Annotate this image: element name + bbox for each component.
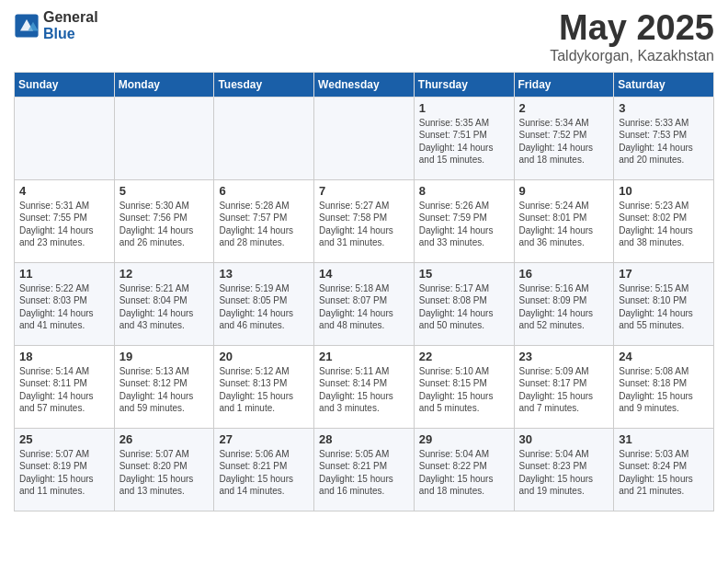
header-cell-wednesday: Wednesday xyxy=(314,72,415,97)
day-cell: 21Sunrise: 5:11 AM Sunset: 8:14 PM Dayli… xyxy=(314,345,415,428)
day-cell: 9Sunrise: 5:24 AM Sunset: 8:01 PM Daylig… xyxy=(514,179,614,262)
day-number: 5 xyxy=(119,184,210,198)
day-detail: Sunrise: 5:17 AM Sunset: 8:08 PM Dayligh… xyxy=(419,282,509,332)
week-row-5: 25Sunrise: 5:07 AM Sunset: 8:19 PM Dayli… xyxy=(15,428,714,511)
day-number: 3 xyxy=(619,101,709,115)
day-cell: 5Sunrise: 5:30 AM Sunset: 7:56 PM Daylig… xyxy=(114,179,214,262)
day-detail: Sunrise: 5:18 AM Sunset: 8:07 PM Dayligh… xyxy=(319,282,409,332)
day-detail: Sunrise: 5:04 AM Sunset: 8:22 PM Dayligh… xyxy=(419,448,509,498)
day-detail: Sunrise: 5:35 AM Sunset: 7:51 PM Dayligh… xyxy=(419,117,509,167)
header-row: SundayMondayTuesdayWednesdayThursdayFrid… xyxy=(15,72,714,97)
calendar-table: SundayMondayTuesdayWednesdayThursdayFrid… xyxy=(14,72,714,511)
day-number: 30 xyxy=(519,432,609,446)
day-detail: Sunrise: 5:21 AM Sunset: 8:04 PM Dayligh… xyxy=(119,282,210,332)
day-detail: Sunrise: 5:30 AM Sunset: 7:56 PM Dayligh… xyxy=(119,200,210,249)
day-number: 24 xyxy=(619,350,709,363)
day-number: 29 xyxy=(419,432,509,446)
logo: General Blue xyxy=(14,9,98,41)
day-cell xyxy=(114,97,214,179)
day-detail: Sunrise: 5:31 AM Sunset: 7:55 PM Dayligh… xyxy=(19,200,109,249)
day-cell: 12Sunrise: 5:21 AM Sunset: 8:04 PM Dayli… xyxy=(114,262,214,345)
day-detail: Sunrise: 5:14 AM Sunset: 8:11 PM Dayligh… xyxy=(19,365,109,415)
day-detail: Sunrise: 5:04 AM Sunset: 8:23 PM Dayligh… xyxy=(519,448,609,498)
day-number: 10 xyxy=(619,184,709,198)
day-cell: 1Sunrise: 5:35 AM Sunset: 7:51 PM Daylig… xyxy=(414,97,514,179)
day-cell: 16Sunrise: 5:16 AM Sunset: 8:09 PM Dayli… xyxy=(514,262,614,345)
day-cell: 7Sunrise: 5:27 AM Sunset: 7:58 PM Daylig… xyxy=(314,179,415,262)
day-detail: Sunrise: 5:12 AM Sunset: 8:13 PM Dayligh… xyxy=(219,365,309,415)
day-number: 1 xyxy=(419,101,509,115)
day-cell: 31Sunrise: 5:03 AM Sunset: 8:24 PM Dayli… xyxy=(614,428,714,511)
day-detail: Sunrise: 5:28 AM Sunset: 7:57 PM Dayligh… xyxy=(219,200,309,249)
subtitle: Taldykorgan, Kazakhstan xyxy=(550,48,714,64)
day-detail: Sunrise: 5:34 AM Sunset: 7:52 PM Dayligh… xyxy=(519,117,609,167)
day-number: 7 xyxy=(319,184,409,198)
header-cell-tuesday: Tuesday xyxy=(214,72,314,97)
day-cell: 3Sunrise: 5:33 AM Sunset: 7:53 PM Daylig… xyxy=(614,97,714,179)
week-row-3: 11Sunrise: 5:22 AM Sunset: 8:03 PM Dayli… xyxy=(15,262,714,345)
day-detail: Sunrise: 5:07 AM Sunset: 8:20 PM Dayligh… xyxy=(119,448,210,498)
day-number: 6 xyxy=(219,184,309,198)
day-number: 20 xyxy=(219,350,309,363)
day-number: 18 xyxy=(19,350,109,363)
day-detail: Sunrise: 5:24 AM Sunset: 8:01 PM Dayligh… xyxy=(519,200,609,249)
day-number: 26 xyxy=(119,432,210,446)
day-number: 15 xyxy=(419,267,509,281)
day-number: 19 xyxy=(119,350,210,363)
day-detail: Sunrise: 5:03 AM Sunset: 8:24 PM Dayligh… xyxy=(619,448,709,498)
day-number: 28 xyxy=(319,432,409,446)
day-detail: Sunrise: 5:10 AM Sunset: 8:15 PM Dayligh… xyxy=(419,365,509,415)
day-detail: Sunrise: 5:06 AM Sunset: 8:21 PM Dayligh… xyxy=(219,448,309,498)
day-cell: 18Sunrise: 5:14 AM Sunset: 8:11 PM Dayli… xyxy=(15,345,115,428)
day-detail: Sunrise: 5:33 AM Sunset: 7:53 PM Dayligh… xyxy=(619,117,709,167)
day-detail: Sunrise: 5:15 AM Sunset: 8:10 PM Dayligh… xyxy=(619,282,709,332)
main-title: May 2025 xyxy=(550,9,714,48)
day-cell xyxy=(15,97,115,179)
day-cell: 27Sunrise: 5:06 AM Sunset: 8:21 PM Dayli… xyxy=(214,428,314,511)
day-number: 25 xyxy=(19,432,109,446)
day-cell: 26Sunrise: 5:07 AM Sunset: 8:20 PM Dayli… xyxy=(114,428,214,511)
logo-blue: Blue xyxy=(43,26,98,42)
day-cell xyxy=(214,97,314,179)
day-cell: 30Sunrise: 5:04 AM Sunset: 8:23 PM Dayli… xyxy=(514,428,614,511)
day-detail: Sunrise: 5:22 AM Sunset: 8:03 PM Dayligh… xyxy=(19,282,109,332)
day-detail: Sunrise: 5:11 AM Sunset: 8:14 PM Dayligh… xyxy=(319,365,409,415)
day-cell: 11Sunrise: 5:22 AM Sunset: 8:03 PM Dayli… xyxy=(15,262,115,345)
day-cell: 29Sunrise: 5:04 AM Sunset: 8:22 PM Dayli… xyxy=(414,428,514,511)
day-detail: Sunrise: 5:08 AM Sunset: 8:18 PM Dayligh… xyxy=(619,365,709,415)
day-detail: Sunrise: 5:26 AM Sunset: 7:59 PM Dayligh… xyxy=(419,200,509,249)
day-detail: Sunrise: 5:19 AM Sunset: 8:05 PM Dayligh… xyxy=(219,282,309,332)
day-number: 21 xyxy=(319,350,409,363)
day-number: 22 xyxy=(419,350,509,363)
day-detail: Sunrise: 5:23 AM Sunset: 8:02 PM Dayligh… xyxy=(619,200,709,249)
day-cell: 24Sunrise: 5:08 AM Sunset: 8:18 PM Dayli… xyxy=(614,345,714,428)
day-cell: 22Sunrise: 5:10 AM Sunset: 8:15 PM Dayli… xyxy=(414,345,514,428)
day-number: 31 xyxy=(619,432,709,446)
day-cell: 17Sunrise: 5:15 AM Sunset: 8:10 PM Dayli… xyxy=(614,262,714,345)
header-cell-saturday: Saturday xyxy=(614,72,714,97)
logo-text: General Blue xyxy=(43,9,98,41)
day-detail: Sunrise: 5:05 AM Sunset: 8:21 PM Dayligh… xyxy=(319,448,409,498)
day-cell: 15Sunrise: 5:17 AM Sunset: 8:08 PM Dayli… xyxy=(414,262,514,345)
header-cell-thursday: Thursday xyxy=(414,72,514,97)
day-number: 17 xyxy=(619,267,709,281)
day-detail: Sunrise: 5:13 AM Sunset: 8:12 PM Dayligh… xyxy=(119,365,210,415)
day-cell xyxy=(314,97,415,179)
day-cell: 6Sunrise: 5:28 AM Sunset: 7:57 PM Daylig… xyxy=(214,179,314,262)
week-row-4: 18Sunrise: 5:14 AM Sunset: 8:11 PM Dayli… xyxy=(15,345,714,428)
title-block: May 2025 Taldykorgan, Kazakhstan xyxy=(550,9,714,64)
day-number: 9 xyxy=(519,184,609,198)
logo-icon xyxy=(14,13,40,39)
day-number: 2 xyxy=(519,101,609,115)
day-cell: 28Sunrise: 5:05 AM Sunset: 8:21 PM Dayli… xyxy=(314,428,415,511)
header-cell-monday: Monday xyxy=(114,72,214,97)
day-detail: Sunrise: 5:09 AM Sunset: 8:17 PM Dayligh… xyxy=(519,365,609,415)
day-number: 23 xyxy=(519,350,609,363)
logo-general: General xyxy=(43,9,98,26)
day-cell: 19Sunrise: 5:13 AM Sunset: 8:12 PM Dayli… xyxy=(114,345,214,428)
day-cell: 8Sunrise: 5:26 AM Sunset: 7:59 PM Daylig… xyxy=(414,179,514,262)
day-number: 27 xyxy=(219,432,309,446)
day-number: 13 xyxy=(219,267,309,281)
day-cell: 20Sunrise: 5:12 AM Sunset: 8:13 PM Dayli… xyxy=(214,345,314,428)
day-detail: Sunrise: 5:07 AM Sunset: 8:19 PM Dayligh… xyxy=(19,448,109,498)
